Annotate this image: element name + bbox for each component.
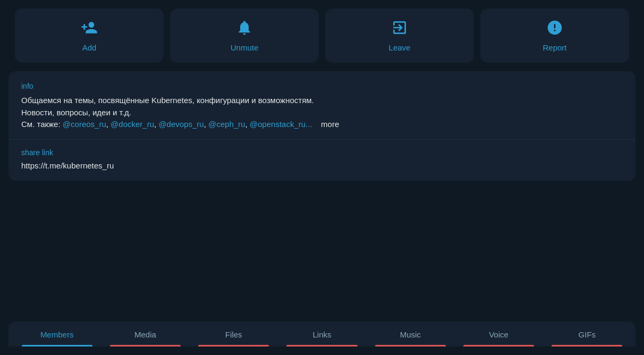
tab-files-label: Files — [225, 330, 242, 346]
tab-files-indicator — [198, 345, 269, 346]
more-link[interactable]: more — [315, 120, 340, 129]
tabs-bar: Members Media Files Links Music Voice GI… — [9, 322, 635, 346]
report-button[interactable]: Report — [480, 9, 629, 63]
mention-coreos[interactable]: @coreos_ru — [63, 120, 106, 129]
tab-music-indicator — [375, 345, 446, 346]
report-button-label: Report — [543, 43, 566, 52]
leave-icon — [391, 19, 408, 39]
add-button[interactable]: Add — [15, 9, 164, 63]
share-section: share link https://t.me/kubernetes_ru — [21, 148, 623, 170]
add-user-icon — [81, 19, 98, 39]
share-url[interactable]: https://t.me/kubernetes_ru — [21, 161, 623, 170]
info-line3-prefix: См. также: — [21, 120, 63, 129]
info-line2: Новости, вопросы, идеи и т.д. — [21, 108, 131, 117]
info-label: info — [21, 82, 623, 90]
mention-docker[interactable]: @docker_ru — [111, 120, 154, 129]
info-section: info Общаемся на темы, посвящённые Kuber… — [21, 82, 623, 131]
tab-links-label: Links — [312, 330, 331, 346]
bell-icon — [236, 19, 253, 39]
info-line1: Общаемся на темы, посвящённые Kubernetes… — [21, 96, 314, 105]
tab-members[interactable]: Members — [13, 322, 101, 346]
tab-gifs[interactable]: GIFs — [543, 322, 631, 346]
tab-voice-indicator — [463, 345, 534, 346]
action-buttons-row: Add Unmute Leave Report — [9, 9, 635, 63]
tab-files[interactable]: Files — [190, 322, 278, 346]
leave-button-label: Leave — [389, 43, 411, 52]
tab-links[interactable]: Links — [278, 322, 366, 346]
tab-voice-label: Voice — [489, 330, 509, 346]
tab-media[interactable]: Media — [101, 322, 189, 346]
tab-music[interactable]: Music — [366, 322, 454, 346]
unmute-button[interactable]: Unmute — [170, 9, 319, 63]
tab-music-label: Music — [400, 330, 421, 346]
report-icon — [546, 19, 563, 39]
mention-devops[interactable]: @devops_ru — [158, 120, 204, 129]
info-card: info Общаемся на темы, посвящённые Kuber… — [9, 71, 635, 181]
tab-media-indicator — [110, 345, 181, 346]
tab-members-label: Members — [40, 330, 74, 346]
unmute-button-label: Unmute — [231, 43, 259, 52]
tab-gifs-indicator — [552, 345, 622, 346]
card-divider — [9, 139, 635, 140]
mention-openstack[interactable]: @openstack_ru... — [250, 120, 312, 129]
mention-ceph[interactable]: @ceph_ru — [208, 120, 245, 129]
tab-members-indicator — [22, 345, 92, 346]
share-label: share link — [21, 148, 623, 157]
tab-gifs-label: GIFs — [579, 330, 596, 346]
tab-media-label: Media — [134, 330, 156, 346]
tab-links-indicator — [286, 345, 357, 346]
info-description: Общаемся на темы, посвящённые Kubernetes… — [21, 95, 623, 131]
add-button-label: Add — [82, 43, 97, 52]
tab-voice[interactable]: Voice — [454, 322, 543, 346]
leave-button[interactable]: Leave — [325, 9, 474, 63]
